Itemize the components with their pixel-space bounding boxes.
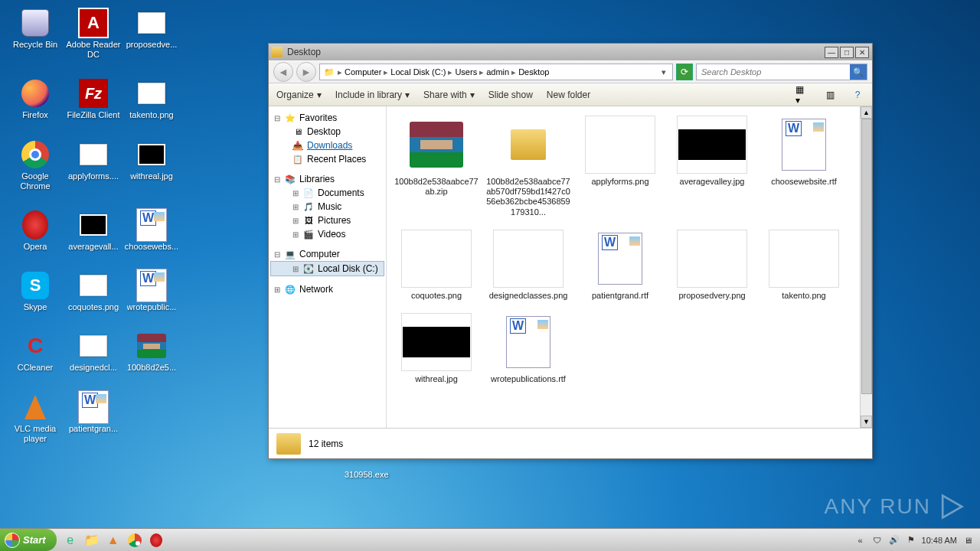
file-item[interactable]: wrotepublications.rtf — [483, 310, 573, 387]
file-thumb — [769, 116, 839, 174]
share-menu[interactable]: Share with ▾ — [423, 90, 475, 100]
desktop-icon[interactable]: SSkype — [8, 270, 63, 312]
desktop-icon[interactable]: choosewebs... — [124, 210, 179, 252]
file-label: designedclasses.png — [489, 291, 568, 301]
address-dropdown[interactable]: ▾ — [658, 67, 669, 77]
file-item[interactable]: withreal.jpg — [391, 310, 482, 387]
search-input[interactable] — [697, 67, 850, 77]
crumb-computer[interactable]: Computer — [345, 67, 381, 77]
icon-label: applyforms.... — [68, 171, 119, 181]
help-icon[interactable]: ? — [851, 89, 864, 101]
desktop-icon[interactable]: Firefox — [8, 78, 63, 120]
desktop-icon[interactable]: designedcl... — [66, 331, 121, 373]
desktop-icon[interactable]: Opera — [8, 210, 63, 252]
file-item[interactable]: takento.png — [759, 227, 849, 304]
app-icon — [136, 78, 167, 109]
app-icon — [136, 8, 167, 38]
file-item[interactable]: averagevalley.jpg — [667, 112, 757, 220]
file-thumb — [769, 230, 839, 288]
desktop-icon[interactable]: Recycle Bin — [8, 8, 63, 60]
scroll-thumb[interactable] — [861, 119, 872, 394]
task-chrome[interactable] — [126, 532, 144, 549]
nav-item-downloads[interactable]: 📥Downloads — [270, 139, 384, 152]
desktop-icon[interactable]: patientgran... — [66, 392, 121, 444]
tray-volume-icon[interactable]: 🔊 — [888, 534, 900, 546]
scrollbar[interactable]: ▲ ▼ — [860, 106, 872, 428]
minimize-button[interactable]: — — [825, 47, 838, 58]
star-icon: ⭐ — [284, 112, 296, 123]
titlebar[interactable]: Desktop — □ ✕ — [269, 44, 872, 60]
search-box[interactable]: 🔍 — [696, 64, 867, 80]
nav-network[interactable]: ⊞🌐Network — [270, 282, 384, 296]
file-item[interactable]: applyforms.png — [575, 112, 665, 220]
tray-security-icon[interactable]: 🛡 — [871, 534, 884, 546]
file-item[interactable]: coquotes.png — [391, 227, 482, 304]
organize-menu[interactable]: Organize ▾ — [276, 90, 322, 100]
crumb-desktop[interactable]: Desktop — [518, 67, 549, 77]
desktop-icon[interactable]: VLC media player — [8, 392, 63, 444]
newfolder-button[interactable]: New folder — [547, 90, 590, 100]
crumb-admin[interactable]: admin — [486, 67, 509, 77]
maximize-button[interactable]: □ — [840, 47, 854, 58]
address-bar[interactable]: 📁 ▸ Computer▸ Local Disk (C:)▸ Users▸ ad… — [319, 64, 673, 80]
desktop-icon[interactable]: proposedve... — [124, 8, 179, 60]
desktop-icon[interactable]: Google Chrome — [8, 139, 63, 191]
scroll-down[interactable]: ▼ — [861, 416, 872, 428]
file-item[interactable]: 100b8d2e538aabce77ab.zip — [391, 112, 482, 220]
task-explorer[interactable]: 📁 — [83, 532, 101, 549]
scroll-up[interactable]: ▲ — [861, 106, 872, 119]
desktop-icon[interactable]: takento.png — [124, 78, 179, 120]
nav-item-localdisk[interactable]: ⊞💽Local Disk (C:) — [270, 261, 384, 276]
desktop-icon[interactable]: wrotepublic... — [124, 270, 179, 312]
nav-item-music[interactable]: ⊞🎵Music — [270, 200, 384, 214]
clock[interactable]: 10:48 AM — [922, 536, 957, 545]
icon-label: proposedve... — [126, 40, 178, 50]
start-button[interactable]: Start — [0, 529, 57, 551]
file-list[interactable]: 100b8d2e538aabce77ab.zip100b8d2e538aabce… — [387, 106, 872, 428]
desktop-icon[interactable]: FzFileZilla Client — [66, 78, 121, 120]
view-button[interactable]: ▦ ▾ — [795, 89, 809, 101]
task-opera[interactable] — [147, 532, 165, 549]
tray-monitor-icon[interactable]: 🖥 — [962, 534, 974, 546]
close-button[interactable]: ✕ — [855, 47, 869, 58]
file-item[interactable]: 100b8d2e538aabce77ab570df759bd1f427c056e… — [483, 112, 573, 220]
app-icon — [136, 270, 167, 301]
preview-button[interactable]: ▥ — [823, 89, 837, 101]
desktop-icon[interactable]: coquotes.png — [66, 270, 121, 312]
app-icon: S — [20, 270, 51, 301]
desktop-icon[interactable]: 100b8d2e5... — [124, 331, 179, 373]
desktop-icon[interactable]: applyforms.... — [66, 139, 121, 191]
crumb-disk[interactable]: Local Disk (C:) — [390, 67, 446, 77]
desktop-icon[interactable]: AAdobe Reader DC — [66, 8, 121, 60]
icon-label: Adobe Reader DC — [66, 40, 121, 60]
tray-flag-icon[interactable]: ⚑ — [905, 534, 917, 546]
nav-computer[interactable]: ⊟💻Computer — [270, 247, 384, 261]
desktop-icon[interactable]: withreal.jpg — [124, 139, 179, 191]
nav-item-pictures[interactable]: ⊞🖼Pictures — [270, 214, 384, 227]
nav-item-recent[interactable]: 📋Recent Places — [270, 152, 384, 166]
crumb-users[interactable]: Users — [455, 67, 477, 77]
task-ie[interactable]: e — [61, 532, 80, 549]
nav-item-documents[interactable]: ⊞📄Documents — [270, 186, 384, 200]
file-item[interactable]: proposedvery.png — [667, 227, 757, 304]
tray-expand-icon[interactable]: « — [854, 534, 867, 546]
refresh-button[interactable]: ⟳ — [676, 64, 693, 80]
nav-favorites[interactable]: ⊟⭐Favorites — [270, 111, 384, 125]
icon-label: withreal.jpg — [130, 171, 173, 181]
stray-exe-label[interactable]: 310958.exe — [345, 470, 389, 479]
back-button[interactable]: ◄ — [273, 62, 293, 82]
file-item[interactable]: patientgrand.rtf — [575, 227, 665, 304]
forward-button[interactable]: ► — [296, 62, 316, 82]
slideshow-button[interactable]: Slide show — [488, 90, 533, 100]
search-icon[interactable]: 🔍 — [850, 64, 867, 80]
nav-libraries[interactable]: ⊟📚Libraries — [270, 172, 384, 186]
file-item[interactable]: designedclasses.png — [483, 227, 573, 304]
file-item[interactable]: choosewebsite.rtf — [759, 112, 849, 220]
nav-item-desktop[interactable]: 🖥Desktop — [270, 125, 384, 139]
desktop-icon[interactable]: CCCleaner — [8, 331, 63, 373]
include-menu[interactable]: Include in library ▾ — [335, 90, 410, 100]
desktop-icon[interactable]: averagevall... — [66, 210, 121, 252]
task-vlc[interactable]: ▲ — [104, 532, 122, 549]
icon-label: wrotepublic... — [127, 302, 177, 312]
nav-item-videos[interactable]: ⊞🎬Videos — [270, 227, 384, 241]
